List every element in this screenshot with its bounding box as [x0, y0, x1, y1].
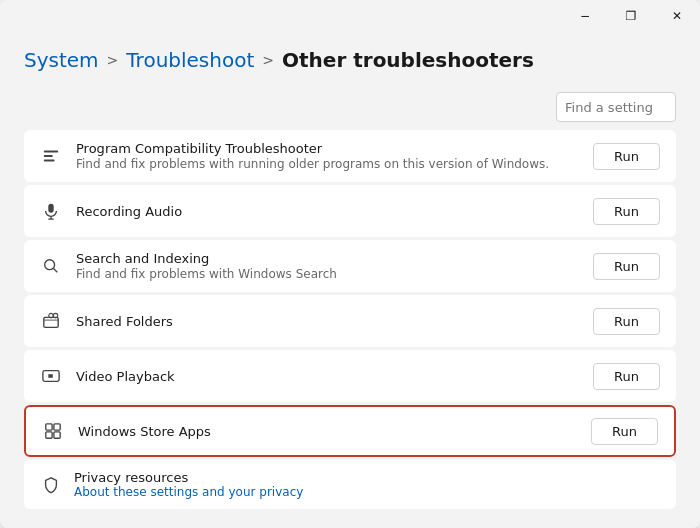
minimize-button[interactable]: −: [562, 0, 608, 32]
privacy-text: Privacy resources About these settings a…: [74, 470, 303, 499]
item-title: Windows Store Apps: [78, 424, 211, 439]
close-button[interactable]: ✕: [654, 0, 700, 32]
program-compatibility-icon: [40, 145, 62, 167]
settings-window: − ❐ ✕ System > Troubleshoot > Other trou…: [0, 0, 700, 528]
item-left: Shared Folders: [40, 310, 173, 332]
item-desc: Find and fix problems with running older…: [76, 157, 549, 171]
shared-folders-icon: [40, 310, 62, 332]
breadcrumb-current: Other troubleshooters: [282, 48, 534, 72]
maximize-button[interactable]: ❐: [608, 0, 654, 32]
privacy-section: Privacy resources About these settings a…: [24, 460, 676, 509]
windows-store-apps-icon: [42, 420, 64, 442]
item-text: Recording Audio: [76, 204, 182, 219]
title-bar: − ❐ ✕: [0, 0, 700, 32]
item-text: Video Playback: [76, 369, 175, 384]
troubleshooter-item-program-compatibility: Program Compatibility Troubleshooter Fin…: [24, 130, 676, 182]
svg-rect-12: [48, 374, 53, 378]
item-text: Shared Folders: [76, 314, 173, 329]
item-title: Shared Folders: [76, 314, 173, 329]
troubleshooter-item-windows-store-apps: Windows Store Apps Run: [24, 405, 676, 457]
svg-rect-0: [44, 151, 58, 153]
run-button-shared-folders[interactable]: Run: [593, 308, 660, 335]
item-text: Windows Store Apps: [78, 424, 211, 439]
item-left: Recording Audio: [40, 200, 182, 222]
breadcrumb-separator-2: >: [262, 52, 274, 68]
svg-rect-2: [44, 160, 55, 162]
recording-audio-icon: [40, 200, 62, 222]
main-content: System > Troubleshoot > Other troublesho…: [0, 32, 700, 528]
privacy-icon: [40, 474, 62, 496]
svg-point-6: [45, 260, 55, 270]
troubleshooters-list: Program Compatibility Troubleshooter Fin…: [24, 130, 676, 457]
item-desc: Find and fix problems with Windows Searc…: [76, 267, 337, 281]
privacy-link[interactable]: About these settings and your privacy: [74, 485, 303, 499]
svg-rect-3: [48, 204, 53, 213]
svg-line-7: [53, 268, 57, 272]
svg-rect-1: [44, 155, 53, 157]
svg-rect-8: [44, 317, 58, 327]
breadcrumb-system[interactable]: System: [24, 48, 99, 72]
video-playback-icon: [40, 365, 62, 387]
search-input[interactable]: [556, 92, 676, 122]
svg-rect-14: [54, 424, 60, 430]
search-bar: [24, 92, 676, 122]
item-left: Video Playback: [40, 365, 175, 387]
troubleshooter-item-video-playback: Video Playback Run: [24, 350, 676, 402]
search-indexing-icon: [40, 255, 62, 277]
troubleshooter-item-search-indexing: Search and Indexing Find and fix problem…: [24, 240, 676, 292]
breadcrumb-troubleshoot[interactable]: Troubleshoot: [126, 48, 254, 72]
breadcrumb: System > Troubleshoot > Other troublesho…: [24, 48, 676, 72]
item-title: Search and Indexing: [76, 251, 337, 266]
item-title: Program Compatibility Troubleshooter: [76, 141, 549, 156]
privacy-title: Privacy resources: [74, 470, 303, 485]
item-left: Search and Indexing Find and fix problem…: [40, 251, 337, 281]
troubleshooter-item-recording-audio: Recording Audio Run: [24, 185, 676, 237]
item-left: Windows Store Apps: [42, 420, 211, 442]
svg-rect-15: [46, 432, 52, 438]
run-button-program-compatibility[interactable]: Run: [593, 143, 660, 170]
item-title: Recording Audio: [76, 204, 182, 219]
item-text: Search and Indexing Find and fix problem…: [76, 251, 337, 281]
item-title: Video Playback: [76, 369, 175, 384]
window-controls: − ❐ ✕: [562, 0, 700, 32]
svg-rect-16: [54, 432, 60, 438]
run-button-windows-store-apps[interactable]: Run: [591, 418, 658, 445]
run-button-search-indexing[interactable]: Run: [593, 253, 660, 280]
run-button-recording-audio[interactable]: Run: [593, 198, 660, 225]
troubleshooter-item-shared-folders: Shared Folders Run: [24, 295, 676, 347]
svg-rect-13: [46, 424, 52, 430]
item-left: Program Compatibility Troubleshooter Fin…: [40, 141, 549, 171]
item-text: Program Compatibility Troubleshooter Fin…: [76, 141, 549, 171]
run-button-video-playback[interactable]: Run: [593, 363, 660, 390]
breadcrumb-separator-1: >: [107, 52, 119, 68]
